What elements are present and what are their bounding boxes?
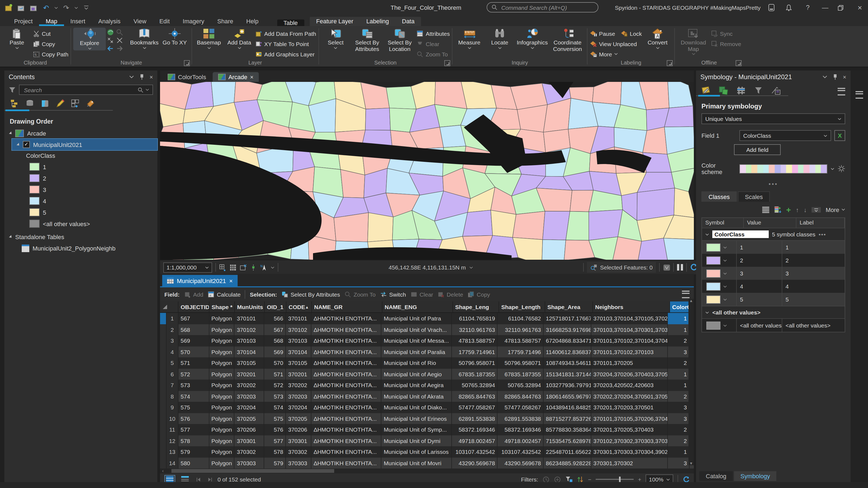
column-header[interactable]: Shape * <box>209 301 235 312</box>
class-swatch[interactable] <box>706 282 720 290</box>
infographics-button[interactable]: Infographics <box>516 28 549 50</box>
class-label[interactable]: 4 <box>782 280 845 293</box>
copy-button[interactable]: Copy <box>33 39 68 48</box>
symbol-class-row[interactable]: 5 5 <box>702 293 845 306</box>
labeling-dialog-launcher[interactable] <box>667 60 673 66</box>
feedback-icon[interactable] <box>768 4 778 11</box>
table-copy-button[interactable]: Copy <box>468 291 490 298</box>
legend-swatch[interactable] <box>29 197 40 205</box>
customize-quick-access-icon[interactable] <box>82 3 91 12</box>
select-by-attributes-button[interactable]: Select By Attributes <box>351 28 383 53</box>
other-swatch[interactable] <box>706 321 720 329</box>
account-name[interactable]: Spyridon - STARIDAS GEOGRAPHY #MakingMap… <box>615 4 761 11</box>
standalone-table-item[interactable]: MunicipalUnit2_PolygonNeighb <box>4 242 157 254</box>
previous-extent-icon[interactable] <box>107 45 114 52</box>
contextual-tab[interactable]: Feature Layer <box>310 17 360 26</box>
zoom-to-selection-button[interactable]: Zoom To <box>416 50 450 59</box>
layer-visibility-checkbox[interactable]: ✓ <box>23 141 30 148</box>
class-label[interactable]: 5 <box>782 293 845 306</box>
full-extent-icon[interactable] <box>107 29 114 36</box>
column-header[interactable]: NAME_GR <box>312 301 382 312</box>
table-row[interactable]: 4570Polygon370104569370104ΔΗΜΟΤΙΚΗ ΕΝΟΤΗ… <box>160 346 694 357</box>
list-by-labeling-icon[interactable] <box>86 99 95 108</box>
symbology-options-icon[interactable] <box>838 88 845 95</box>
map-node[interactable]: Arcade <box>4 128 157 139</box>
new-project-icon[interactable] <box>4 3 13 12</box>
add-field-button[interactable]: Add field <box>734 144 781 155</box>
selected-features-status[interactable]: Selected Features: 0 <box>587 262 656 273</box>
class-value[interactable]: 5 <box>737 293 782 306</box>
ribbon-tab[interactable]: Imagery <box>176 17 211 26</box>
contents-search-input[interactable] <box>23 86 135 94</box>
layer-node[interactable]: ✓ MunicipalUnit2021 <box>12 139 157 150</box>
map-scale-select[interactable]: 1:1,000,000 <box>163 262 212 272</box>
undo-icon[interactable]: ↶ <box>42 3 51 12</box>
close-button[interactable]: × <box>855 3 865 12</box>
explore-button[interactable]: Explore <box>73 28 106 50</box>
move-down-icon[interactable]: ↓ <box>804 206 807 213</box>
table-row[interactable]: 5571Polygon370105570370105ΔΗΜΟΤΙΚΗ ΕΝΟΤΗ… <box>160 357 694 368</box>
search-options-icon[interactable] <box>145 88 149 91</box>
close-view-icon[interactable]: × <box>250 74 254 80</box>
zoom-out-table-icon[interactable]: − <box>588 476 591 483</box>
color-scheme-ramp[interactable] <box>739 164 827 173</box>
add-data-from-path-button[interactable]: Add Data From Path <box>255 29 316 38</box>
expand-icon[interactable] <box>9 235 13 239</box>
table-zoom-slider[interactable] <box>596 479 633 480</box>
switch-selection-button[interactable]: Switch <box>380 291 406 298</box>
contextual-tab[interactable]: Labeling <box>360 17 396 26</box>
open-project-icon[interactable] <box>17 3 26 12</box>
column-header[interactable]: NAME_ENG <box>382 301 453 312</box>
select-by-location-button[interactable]: Select By Location <box>384 28 415 53</box>
contents-close-icon[interactable]: × <box>150 74 153 80</box>
navigate-dialog-launcher[interactable] <box>184 60 190 66</box>
symbol-class-row[interactable]: 2 2 <box>702 254 845 267</box>
set-expression-button[interactable]: X <box>834 130 845 141</box>
more-labeling-button[interactable]: More <box>590 50 642 59</box>
column-header[interactable]: OID_1 <box>265 301 286 312</box>
locate-button[interactable]: Locate <box>485 28 514 50</box>
legend-swatch[interactable] <box>29 186 40 194</box>
symbol-class-row[interactable]: 1 1 <box>702 241 845 254</box>
column-header[interactable]: Shape_Area <box>545 301 593 312</box>
measure-button[interactable]: Measure <box>455 28 484 50</box>
panel-splitter[interactable]: ••• <box>696 175 850 187</box>
list-by-visibility-icon[interactable] <box>40 99 50 108</box>
table-delete-button[interactable]: Delete <box>437 291 463 298</box>
select-polygon-icon[interactable] <box>663 264 670 271</box>
table-row[interactable]: 14580Polygon370303579370303ΔΗΜΟΤΙΚΗ ΕΝΟΤ… <box>160 457 694 468</box>
class-swatch[interactable] <box>706 269 720 278</box>
paste-button[interactable]: Paste <box>2 28 31 50</box>
legend-swatch[interactable] <box>29 163 40 171</box>
contents-search[interactable] <box>19 85 153 95</box>
bookmarks-button[interactable]: Bookmarks <box>130 28 159 50</box>
classes-tab[interactable]: Scales <box>738 191 770 202</box>
restore-button[interactable] <box>838 5 847 10</box>
add-grid-icon[interactable] <box>219 264 226 271</box>
ribbon-tab[interactable]: Project <box>8 17 39 26</box>
clear-selection-button[interactable]: Clear <box>416 39 450 48</box>
north-arrow-menu-icon[interactable] <box>271 266 275 269</box>
add-value-icon[interactable]: + <box>786 205 791 214</box>
next-extent-icon[interactable] <box>116 45 123 52</box>
xy-table-to-point-button[interactable]: XY Table To Point <box>255 39 316 48</box>
expand-icon[interactable] <box>9 131 13 135</box>
download-map-button[interactable]: Download Map <box>677 28 710 56</box>
other-values-group-row[interactable]: <all other values> <box>702 306 845 319</box>
column-header[interactable]: Shape_Length <box>499 301 545 312</box>
redo-menu-icon[interactable] <box>74 6 78 9</box>
add-unlisted-values-icon[interactable] <box>774 206 781 213</box>
standalone-tables-node[interactable]: Standalone Tables <box>4 231 157 242</box>
symbol-layer-drawing-tab-icon[interactable] <box>736 86 746 95</box>
class-swatch[interactable] <box>706 256 720 264</box>
minimize-button[interactable]: — <box>820 4 830 11</box>
snap-toggle-icon[interactable] <box>250 264 257 271</box>
selection-dialog-launcher[interactable] <box>444 60 450 66</box>
more-menu[interactable]: More <box>826 206 845 213</box>
undo-menu-icon[interactable] <box>54 6 58 9</box>
class-label[interactable]: 2 <box>782 254 845 267</box>
move-up-icon[interactable]: ↑ <box>796 206 799 213</box>
command-search-input[interactable] <box>500 3 584 11</box>
table-zoom-to-button[interactable]: Zoom To <box>344 291 375 298</box>
table-select-by-attributes-button[interactable]: Select By Attributes <box>281 291 340 298</box>
